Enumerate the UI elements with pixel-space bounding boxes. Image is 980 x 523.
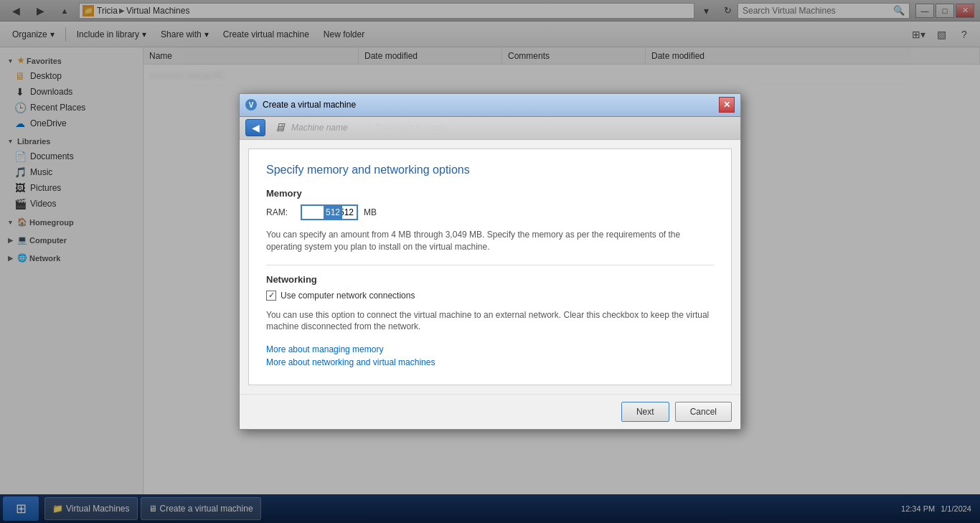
dialog-close-button[interactable]: ✕: [719, 97, 735, 113]
cancel-button[interactable]: Cancel: [675, 402, 732, 422]
dialog-title-content: V Create a virtual machine: [245, 99, 356, 110]
step-text-blurred: Machine name: [291, 123, 348, 133]
dialog-footer: Next Cancel: [240, 394, 740, 429]
dialog-title-bar: V Create a virtual machine ✕: [240, 94, 740, 117]
section-divider: [266, 265, 714, 265]
ram-unit: MB: [364, 207, 377, 217]
memory-hint: You can specify an amount from 4 MB thro…: [266, 226, 714, 253]
network-connections-label: Use computer network connections: [281, 291, 415, 301]
dialog-vm-icon: 🖥: [274, 121, 286, 134]
network-connections-checkbox[interactable]: [266, 291, 276, 301]
ram-row: RAM: 512 MB: [266, 204, 714, 220]
networking-hint: You can use this option to connect the v…: [266, 306, 714, 334]
dialog-step-info: 🖥 Machine name The folder is empty: [268, 121, 735, 134]
modal-overlay: V Create a virtual machine ✕ ◀ 🖥 Machine…: [0, 0, 980, 523]
networking-section: Networking Use computer network connecti…: [266, 274, 714, 334]
memory-section: Memory RAM: 512 MB You can specify an am…: [266, 188, 714, 253]
memory-header: Memory: [266, 188, 714, 199]
ram-label: RAM:: [266, 207, 295, 217]
dialog-back-button[interactable]: ◀: [245, 119, 265, 136]
dialog-title-icon: V: [245, 99, 257, 110]
networking-header: Networking: [266, 274, 714, 285]
create-vm-dialog: V Create a virtual machine ✕ ◀ 🖥 Machine…: [239, 93, 741, 430]
networking-vms-link[interactable]: More about networking and virtual machin…: [266, 357, 714, 367]
next-button[interactable]: Next: [621, 402, 669, 422]
managing-memory-link[interactable]: More about managing memory: [266, 344, 714, 354]
links-section: More about managing memory More about ne…: [266, 344, 714, 367]
dialog-section-title: Specify memory and networking options: [266, 164, 714, 176]
dialog-title: Create a virtual machine: [263, 100, 356, 110]
step-text-blurred-2: The folder is empty: [375, 123, 448, 133]
ram-input-container: 512: [301, 204, 358, 220]
dialog-nav-bar: ◀ 🖥 Machine name The folder is empty: [240, 117, 740, 140]
ram-input[interactable]: [301, 204, 358, 220]
networking-checkbox-row: Use computer network connections: [266, 291, 714, 301]
dialog-body: Specify memory and networking options Me…: [248, 149, 732, 385]
